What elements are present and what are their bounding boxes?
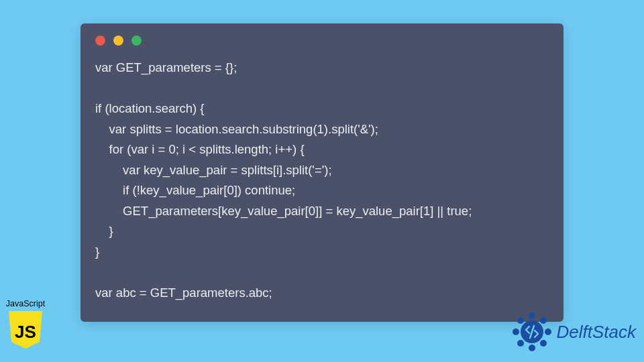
delftstack-logo-icon [511, 311, 553, 353]
svg-point-1 [540, 317, 547, 324]
code-block: var GET_parameters = {}; if (location.se… [95, 58, 549, 303]
close-icon [95, 36, 105, 46]
js-text: JS [15, 322, 36, 342]
maximize-icon [131, 36, 142, 46]
svg-point-4 [529, 345, 535, 351]
code-window: var GET_parameters = {}; if (location.se… [80, 23, 564, 322]
js-shield-icon: JS [7, 310, 44, 350]
svg-point-5 [517, 340, 524, 347]
brand-area: DelftStack [511, 311, 637, 353]
javascript-badge: JavaScript JS [2, 299, 49, 350]
svg-point-6 [513, 328, 519, 335]
svg-point-7 [517, 317, 524, 324]
badge-label: JavaScript [2, 299, 49, 308]
minimize-icon [113, 36, 123, 46]
svg-point-3 [540, 340, 547, 347]
window-controls [95, 36, 549, 46]
brand-name: DelftStack [557, 322, 637, 343]
svg-point-0 [529, 312, 535, 319]
svg-point-2 [545, 328, 551, 335]
